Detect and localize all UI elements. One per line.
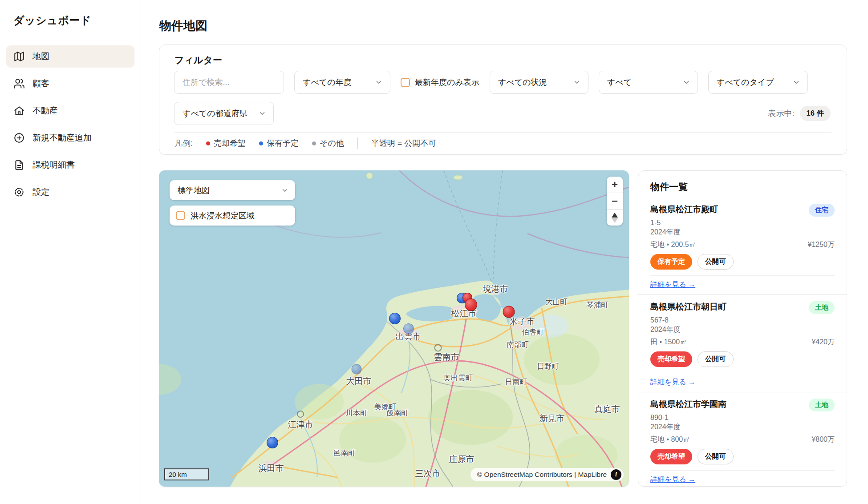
public-badge: 公開可 <box>698 254 734 270</box>
app-title: ダッシュボード <box>13 13 91 28</box>
property-name: 島根県松江市学園南 <box>650 399 726 410</box>
sidebar-item-label: 顧客 <box>32 78 49 89</box>
latest-year-checkbox-label: 最新年度のみ表示 <box>415 77 479 88</box>
showing-label: 表示中: <box>768 108 795 119</box>
prefecture-select[interactable]: すべての都道府県 <box>174 102 274 125</box>
document-icon <box>13 159 25 171</box>
compass-south-icon <box>612 218 618 223</box>
sidebar-item-customers[interactable]: 顧客 <box>6 73 134 95</box>
filter-row-2: すべての都道府県 表示中: 16 件 <box>174 102 831 125</box>
year-select[interactable]: すべての年度 <box>294 71 390 94</box>
sidebar-item-map[interactable]: 地図 <box>6 45 134 68</box>
legend-item-hold: 保有予定 <box>259 138 299 149</box>
property-address2: 890-1 <box>650 414 835 422</box>
legend: 凡例: 売却希望 保有予定 その他 半透明 = 公開不可 <box>174 137 436 149</box>
legend-item-sell: 売却希望 <box>206 138 246 149</box>
sidebar-item-label: 新規不動産追加 <box>32 132 92 144</box>
property-land: 田 • 1500㎡ <box>650 338 687 347</box>
map-marker[interactable] <box>403 323 414 334</box>
property-name: 島根県松江市殿町 <box>650 204 718 215</box>
sidebar-item-settings[interactable]: 設定 <box>6 181 134 203</box>
map-marker[interactable] <box>465 298 477 311</box>
card-divider <box>650 470 835 471</box>
chevron-down-icon <box>258 109 266 117</box>
property-price: ¥420万 <box>811 338 835 347</box>
status-select[interactable]: すべての状況 <box>490 71 588 94</box>
filter-row-1: すべての年度 最新年度のみ表示 すべての状況 すべて すべてのタイプ <box>174 71 808 94</box>
flood-zone-label: 洪水浸水想定区域 <box>191 210 255 221</box>
page-title: 物件地図 <box>159 18 207 34</box>
chevron-down-icon <box>375 78 383 86</box>
chevron-down-icon <box>792 78 800 86</box>
gear-icon <box>13 186 25 198</box>
map-marker[interactable] <box>503 306 515 318</box>
public-badge: 公開可 <box>698 351 734 367</box>
sidebar: ダッシュボード 地図 顧客 不動産 新規不動産追加 <box>0 0 141 504</box>
map[interactable]: 境港市松江市米子市出雲市雲南市大田市江津市浜田市三次市庄原市新見市真庭市奥出雲町… <box>159 170 629 487</box>
sidebar-nav: 地図 顧客 不動産 新規不動産追加 課税明細書 <box>6 45 134 203</box>
latest-year-checkbox-group[interactable]: 最新年度のみ表示 <box>401 77 479 88</box>
detail-link[interactable]: 詳細を見る → <box>650 280 695 290</box>
card-divider <box>650 373 835 373</box>
detail-link[interactable]: 詳細を見る → <box>650 475 695 484</box>
property-card: 島根県松江市朝日町 土地 567-8 2024年度 田 • 1500㎡ ¥420… <box>638 294 847 392</box>
filter-divider <box>174 132 831 133</box>
legend-label: 凡例: <box>174 138 193 149</box>
latest-year-checkbox[interactable] <box>401 78 410 87</box>
chevron-down-icon <box>573 78 581 86</box>
detail-link[interactable]: 詳細を見る → <box>650 378 695 387</box>
search-input[interactable] <box>174 71 284 94</box>
property-year: 2024年度 <box>650 423 835 432</box>
sidebar-item-properties[interactable]: 不動産 <box>6 100 134 122</box>
flood-zone-toggle[interactable]: 洪水浸水想定区域 <box>170 206 295 226</box>
sidebar-item-label: 地図 <box>32 51 49 62</box>
status-badge: 売却希望 <box>650 351 692 367</box>
map-marker[interactable] <box>352 364 362 375</box>
info-icon[interactable]: i <box>611 469 621 480</box>
compass-button[interactable] <box>607 209 623 226</box>
legend-separator <box>357 137 358 149</box>
status-badge: 売却希望 <box>650 449 692 464</box>
sidebar-item-tax-statement[interactable]: 課税明細書 <box>6 154 134 176</box>
property-address2: 1-5 <box>650 219 835 227</box>
map-icon <box>13 51 25 62</box>
property-price: ¥800万 <box>811 435 835 444</box>
map-marker[interactable] <box>389 313 401 324</box>
property-year: 2024年度 <box>650 325 835 335</box>
map-scale-bar: 20 km <box>164 468 209 480</box>
property-type-badge: 土地 <box>809 301 835 314</box>
property-land: 宅地 • 200.5㎡ <box>650 240 696 250</box>
card-divider <box>650 275 835 276</box>
showing-count-badge: 16 件 <box>800 106 831 121</box>
red-dot-icon <box>206 141 210 145</box>
property-year: 2024年度 <box>650 228 835 237</box>
property-list-title: 物件一覧 <box>638 171 847 198</box>
property-land: 宅地 • 800㎡ <box>650 435 690 444</box>
map-style-select[interactable]: 標準地図 <box>170 180 295 200</box>
map-zoom-control: + − <box>607 177 623 226</box>
flood-zone-checkbox[interactable] <box>176 211 185 220</box>
zoom-in-button[interactable]: + <box>607 177 623 193</box>
publish-select[interactable]: すべて <box>599 71 698 94</box>
map-marker[interactable] <box>267 437 278 448</box>
map-attribution: © OpenStreetMap Contributors | MapLibre … <box>471 468 624 481</box>
plus-circle-icon <box>13 132 25 144</box>
property-type-badge: 土地 <box>809 399 835 411</box>
filter-title: フィルター <box>174 54 222 66</box>
property-list-panel: 物件一覧 島根県松江市殿町 住宅 1-5 2024年度 宅地 • 200.5㎡ … <box>638 170 847 487</box>
type-select[interactable]: すべてのタイプ <box>708 71 808 94</box>
map-marker[interactable] <box>434 344 442 352</box>
property-address2: 567-8 <box>650 316 835 324</box>
chevron-down-icon <box>682 78 690 86</box>
filter-card: フィルター すべての年度 最新年度のみ表示 すべての状況 すべて すべてのタイプ… <box>159 44 847 155</box>
status-badge: 保有予定 <box>650 254 692 270</box>
property-card: 島根県松江市殿町 住宅 1-5 2024年度 宅地 • 200.5㎡ ¥1250… <box>638 198 847 294</box>
legend-note: 半透明 = 公開不可 <box>371 138 437 149</box>
map-marker[interactable] <box>297 411 304 418</box>
sidebar-item-add-property[interactable]: 新規不動産追加 <box>6 127 134 149</box>
property-card: 島根県松江市学園南 土地 890-1 2024年度 宅地 • 800㎡ ¥800… <box>638 392 847 487</box>
zoom-out-button[interactable]: − <box>607 193 623 209</box>
showing-count-group: 表示中: 16 件 <box>768 106 831 121</box>
sidebar-item-label: 設定 <box>32 186 49 198</box>
property-price: ¥1250万 <box>808 240 835 250</box>
